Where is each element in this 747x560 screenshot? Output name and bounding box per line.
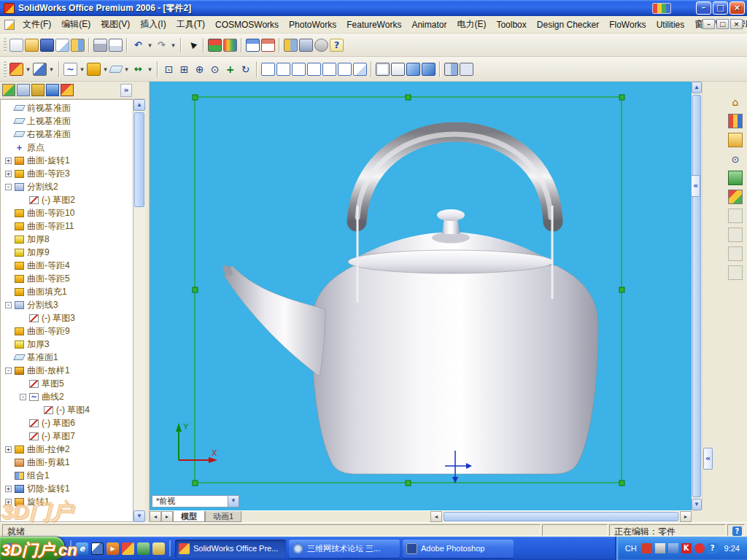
alert-icon[interactable] [694,543,705,553]
section-view-icon[interactable] [444,63,458,76]
panel-expand-chevron[interactable]: » [120,84,132,97]
tab-scroll-left-icon[interactable]: ◄ [150,511,161,522]
menu-item[interactable]: PhotoWorks [284,18,341,32]
expand-toggle-icon[interactable]: - [20,394,26,400]
scroll-up-icon[interactable]: ▲ [692,82,702,93]
save-icon[interactable] [40,39,54,52]
close-button[interactable]: × [729,1,745,15]
redo-dropdown-icon[interactable]: ▾ [170,39,177,52]
minimize-button[interactable]: – [696,1,711,15]
reference-geometry-icon[interactable] [109,66,123,73]
solidworks-quick-icon[interactable] [122,542,134,555]
collapse-pane-chevron[interactable]: « [691,175,700,197]
make-drawing-icon[interactable] [55,39,69,52]
scroll-down-icon[interactable]: ▼ [692,499,702,510]
kettle-3d-model[interactable] [221,132,598,474]
tree-item[interactable]: 加厚3 [1,338,133,351]
mail-icon[interactable] [152,542,165,555]
select-cursor-icon[interactable]: ▶ [182,35,201,54]
scroll-down-icon[interactable]: ▼ [133,510,145,522]
kettle-handle[interactable] [357,132,553,222]
dropdown-arrow-icon[interactable]: ▾ [123,63,130,76]
collapse-taskpane-chevron[interactable]: « [703,448,713,470]
scroll-thumb[interactable] [134,112,144,207]
tree-item[interactable]: (-) 草图7 [1,429,133,443]
dropdown-arrow-icon[interactable]: ▾ [147,63,153,76]
file-explorer-icon[interactable] [728,133,743,147]
rotate-view-icon[interactable]: ↻ [239,63,252,76]
show-desktop-icon[interactable] [91,542,104,555]
rebuild-icon[interactable] [208,39,222,52]
dropdown-arrow-icon[interactable]: ▾ [48,63,55,76]
curves-icon[interactable]: ~ [63,63,77,76]
tree-scrollbar[interactable]: ▲ ▼ [133,99,145,522]
graphics-viewport[interactable]: Y X *前视 ▼ [150,82,692,510]
tree-item[interactable]: + 切除-旋转1 [1,482,133,495]
measure-icon[interactable] [284,39,298,52]
taskbar-task[interactable]: SolidWorks Office Pre... [175,540,286,558]
tree-item[interactable]: 曲面-等距10 [1,206,133,219]
open-folder-icon[interactable] [25,39,39,52]
view-bottom-icon[interactable] [338,63,352,76]
scroll-track[interactable] [442,511,680,522]
scroll-up-icon[interactable]: ▲ [133,99,145,111]
tree-item[interactable]: + 曲面-旋转1 [1,154,133,167]
view-top-icon[interactable] [322,63,336,76]
scroll-thumb[interactable] [444,512,678,521]
view-palette-icon[interactable] [728,171,743,185]
appearances-icon[interactable] [728,190,743,204]
scroll-track[interactable] [692,93,702,499]
make-assembly-icon[interactable] [71,39,85,52]
view-orientation-icon[interactable] [460,63,473,76]
pane-tool-icon[interactable] [728,246,743,261]
design-library-icon[interactable] [728,114,743,128]
menu-item[interactable]: FloWorks [604,18,651,32]
taskbar-task[interactable]: Adobe Photoshop [403,540,514,558]
configurationmanager-tab-icon[interactable] [31,84,44,96]
pan-icon[interactable]: + [223,63,237,76]
tree-item[interactable]: 曲面-等距9 [1,324,133,338]
pane-tool-icon[interactable] [728,228,743,242]
zoom-in-out-icon[interactable]: ⊕ [193,63,206,76]
expand-toggle-icon[interactable]: + [5,171,12,177]
tab-scroll-right-icon[interactable]: ► [161,511,173,522]
home-icon[interactable]: ⌂ [728,95,743,109]
volume-icon[interactable] [655,543,665,553]
antivirus-icon[interactable]: K [681,543,692,553]
menu-item[interactable]: Animator [406,18,452,32]
displaymanager-tab-icon[interactable] [61,84,74,96]
tree-item[interactable]: 原点 [1,141,133,154]
design-table-red-icon[interactable] [261,39,275,52]
tree-item[interactable]: 上视基准面 [1,114,133,128]
menu-item[interactable]: Design Checker [532,18,604,32]
design-table-icon[interactable] [246,39,260,52]
expand-toggle-icon[interactable]: - [5,302,12,308]
view-front-icon[interactable] [261,63,275,76]
tree-item[interactable]: 加厚8 [1,233,133,246]
sketch-tool-icon[interactable] [33,63,47,76]
tree-item[interactable]: - 曲面-放样1 [1,364,133,377]
tree-item[interactable]: (-) 草图3 [1,311,133,324]
document-restore-button[interactable]: □ [716,19,729,29]
tree-item[interactable]: + 曲面-拉伸2 [1,443,133,456]
scroll-track[interactable] [133,111,145,510]
features-icon[interactable] [9,63,23,76]
expand-toggle-icon[interactable]: - [5,368,12,374]
tree-item[interactable]: - 分割线2 [1,180,133,193]
help-icon[interactable]: ? [732,526,742,536]
new-document-icon[interactable] [9,39,23,52]
kettle-knob[interactable] [437,209,465,221]
language-bar-icon[interactable] [652,3,671,14]
surfaces-icon[interactable] [87,63,101,76]
shaded-with-edges-icon[interactable] [406,63,420,76]
menu-item[interactable]: 文件(F) [18,16,56,33]
language-indicator[interactable]: CH [625,544,637,553]
options-icon[interactable] [314,39,328,52]
menu-item[interactable]: 编辑(E) [56,16,96,33]
tree-item[interactable]: 加厚9 [1,246,133,259]
dropdown-arrow-icon[interactable]: ▾ [25,63,31,76]
ime-icon[interactable] [642,543,652,553]
document-minimize-button[interactable]: – [703,19,715,29]
scroll-left-icon[interactable]: ◄ [430,511,442,522]
sheet-tab[interactable]: 模型 [173,511,205,522]
